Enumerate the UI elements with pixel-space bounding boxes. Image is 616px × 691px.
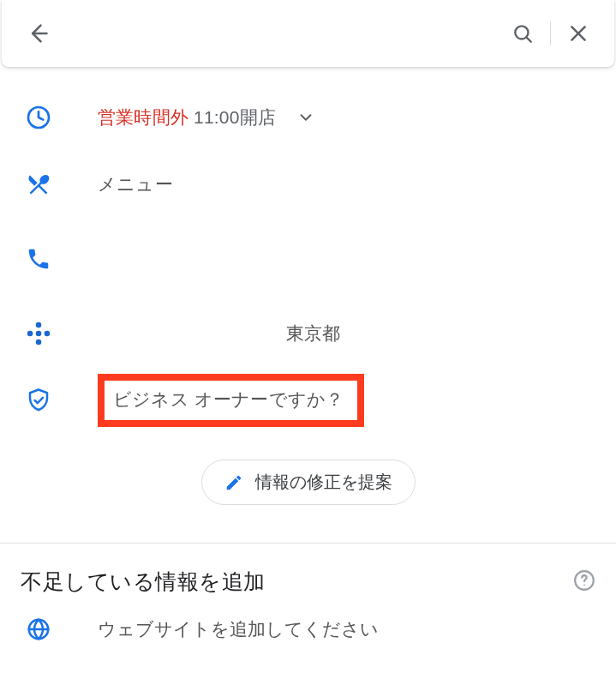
svg-point-8 bbox=[36, 322, 42, 328]
pencil-icon bbox=[224, 473, 243, 492]
plus-code-row[interactable]: 東京都 bbox=[0, 300, 616, 367]
back-icon[interactable] bbox=[19, 15, 57, 52]
info-list: 営業時間外 11:00開店 メニュー 東京都 bbox=[0, 67, 616, 543]
menu-row[interactable]: メニュー bbox=[0, 151, 616, 218]
chevron-down-icon bbox=[296, 108, 315, 127]
phone-row[interactable] bbox=[0, 218, 616, 300]
svg-point-11 bbox=[45, 331, 51, 337]
divider bbox=[550, 21, 551, 45]
suggest-edit-label: 情報の修正を提案 bbox=[255, 471, 392, 494]
hours-status: 営業時間外 bbox=[98, 105, 188, 129]
search-icon[interactable] bbox=[504, 15, 541, 52]
svg-point-14 bbox=[583, 584, 585, 586]
clock-icon bbox=[24, 104, 53, 131]
svg-point-10 bbox=[27, 331, 33, 337]
owner-highlight: ビジネス オーナーですか？ bbox=[98, 374, 364, 427]
add-website-row[interactable]: ウェブサイトを追加してください bbox=[21, 596, 595, 642]
top-bar bbox=[2, 0, 614, 67]
plus-code-location: 東京都 bbox=[286, 321, 341, 346]
suggest-edit-button[interactable]: 情報の修正を提案 bbox=[201, 460, 416, 505]
hours-opens: 11:00開店 bbox=[194, 105, 276, 129]
help-icon[interactable] bbox=[573, 569, 595, 595]
missing-info-section: 不足している情報を追加 ウェブサイトを追加してください bbox=[0, 544, 616, 642]
svg-point-12 bbox=[36, 331, 42, 337]
plus-code-icon bbox=[24, 319, 53, 348]
verified-shield-icon bbox=[24, 388, 53, 413]
add-website-label: ウェブサイトを追加してください bbox=[53, 617, 379, 641]
menu-label: メニュー bbox=[53, 172, 173, 196]
claim-business-row[interactable]: ビジネス オーナーですか？ bbox=[0, 367, 616, 434]
svg-line-4 bbox=[526, 37, 530, 41]
hours-row[interactable]: 営業時間外 11:00開店 bbox=[0, 84, 616, 151]
svg-point-9 bbox=[36, 339, 42, 346]
restaurant-icon bbox=[24, 171, 53, 197]
close-icon[interactable] bbox=[559, 15, 597, 52]
phone-icon bbox=[24, 246, 53, 272]
globe-icon bbox=[24, 616, 53, 642]
missing-info-title: 不足している情報を追加 bbox=[21, 568, 573, 596]
owner-question-text: ビジネス オーナーですか？ bbox=[113, 389, 344, 409]
